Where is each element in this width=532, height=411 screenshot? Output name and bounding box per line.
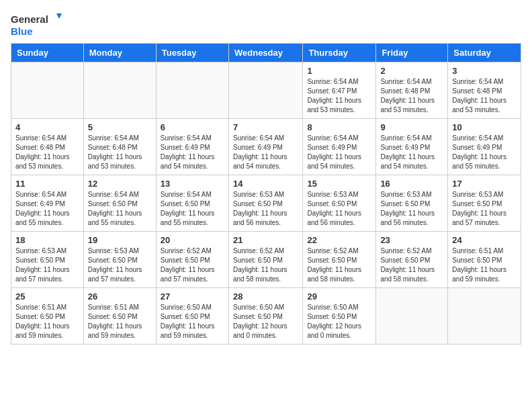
weekday-header-monday: Monday: [83, 44, 156, 62]
day-info: Sunrise: 6:52 AM Sunset: 6:50 PM Dayligh…: [307, 246, 371, 284]
day-number: 19: [88, 235, 152, 245]
calendar-cell: 8Sunrise: 6:54 AM Sunset: 6:49 PM Daylig…: [303, 119, 376, 175]
week-row-2: 4Sunrise: 6:54 AM Sunset: 6:48 PM Daylig…: [11, 119, 521, 175]
day-number: 24: [452, 235, 517, 245]
day-number: 18: [15, 235, 79, 245]
header: General Blue: [11, 11, 521, 38]
calendar-cell: 9Sunrise: 6:54 AM Sunset: 6:49 PM Daylig…: [376, 119, 448, 175]
calendar-cell: 4Sunrise: 6:54 AM Sunset: 6:48 PM Daylig…: [11, 119, 84, 175]
calendar-cell: 18Sunrise: 6:53 AM Sunset: 6:50 PM Dayli…: [11, 232, 84, 288]
day-info: Sunrise: 6:54 AM Sunset: 6:49 PM Dayligh…: [233, 134, 298, 171]
day-number: 14: [233, 179, 298, 189]
day-info: Sunrise: 6:53 AM Sunset: 6:50 PM Dayligh…: [88, 246, 152, 284]
calendar-cell: 1Sunrise: 6:54 AM Sunset: 6:47 PM Daylig…: [303, 62, 376, 119]
day-number: 4: [15, 122, 79, 132]
calendar-cell: 20Sunrise: 6:52 AM Sunset: 6:50 PM Dayli…: [156, 232, 228, 288]
weekday-header-wednesday: Wednesday: [228, 44, 302, 62]
day-number: 28: [233, 291, 298, 302]
calendar-cell: [83, 62, 156, 119]
weekday-header-friday: Friday: [376, 44, 448, 62]
day-number: 15: [307, 179, 371, 189]
day-info: Sunrise: 6:54 AM Sunset: 6:47 PM Dayligh…: [307, 77, 371, 115]
day-number: 29: [307, 291, 371, 302]
week-row-1: 1Sunrise: 6:54 AM Sunset: 6:47 PM Daylig…: [11, 62, 521, 119]
day-number: 13: [161, 179, 224, 189]
day-number: 7: [233, 122, 298, 132]
logo-svg: General Blue: [11, 11, 64, 38]
day-info: Sunrise: 6:52 AM Sunset: 6:50 PM Dayligh…: [233, 246, 298, 284]
day-info: Sunrise: 6:54 AM Sunset: 6:49 PM Dayligh…: [380, 134, 443, 171]
day-number: 21: [233, 235, 298, 245]
day-info: Sunrise: 6:54 AM Sunset: 6:50 PM Dayligh…: [88, 190, 152, 228]
day-number: 2: [380, 66, 443, 76]
weekday-header-tuesday: Tuesday: [156, 44, 228, 62]
calendar-cell: 14Sunrise: 6:53 AM Sunset: 6:50 PM Dayli…: [228, 175, 302, 232]
day-info: Sunrise: 6:54 AM Sunset: 6:49 PM Dayligh…: [452, 134, 517, 171]
day-number: 25: [15, 291, 79, 302]
day-info: Sunrise: 6:51 AM Sunset: 6:50 PM Dayligh…: [15, 303, 79, 340]
day-number: 5: [88, 122, 152, 132]
calendar-cell: 28Sunrise: 6:50 AM Sunset: 6:50 PM Dayli…: [228, 288, 302, 345]
day-info: Sunrise: 6:52 AM Sunset: 6:50 PM Dayligh…: [161, 246, 224, 284]
calendar-cell: 15Sunrise: 6:53 AM Sunset: 6:50 PM Dayli…: [303, 175, 376, 232]
calendar-cell: 19Sunrise: 6:53 AM Sunset: 6:50 PM Dayli…: [83, 232, 156, 288]
day-info: Sunrise: 6:54 AM Sunset: 6:48 PM Dayligh…: [15, 134, 79, 171]
day-info: Sunrise: 6:51 AM Sunset: 6:50 PM Dayligh…: [88, 303, 152, 340]
weekday-header-thursday: Thursday: [303, 44, 376, 62]
weekday-header-sunday: Sunday: [11, 44, 84, 62]
calendar: SundayMondayTuesdayWednesdayThursdayFrid…: [11, 43, 521, 345]
day-number: 10: [452, 122, 517, 132]
week-row-4: 18Sunrise: 6:53 AM Sunset: 6:50 PM Dayli…: [11, 232, 521, 288]
day-number: 20: [161, 235, 224, 245]
day-info: Sunrise: 6:53 AM Sunset: 6:50 PM Dayligh…: [452, 190, 517, 228]
day-info: Sunrise: 6:52 AM Sunset: 6:50 PM Dayligh…: [380, 246, 443, 284]
calendar-cell: 13Sunrise: 6:54 AM Sunset: 6:50 PM Dayli…: [156, 175, 228, 232]
day-info: Sunrise: 6:50 AM Sunset: 6:50 PM Dayligh…: [161, 303, 224, 340]
calendar-cell: [376, 288, 448, 345]
weekday-header-row: SundayMondayTuesdayWednesdayThursdayFrid…: [11, 44, 521, 62]
calendar-cell: 21Sunrise: 6:52 AM Sunset: 6:50 PM Dayli…: [228, 232, 302, 288]
calendar-cell: 27Sunrise: 6:50 AM Sunset: 6:50 PM Dayli…: [156, 288, 228, 345]
calendar-cell: [11, 62, 84, 119]
calendar-cell: 29Sunrise: 6:50 AM Sunset: 6:50 PM Dayli…: [303, 288, 376, 345]
day-number: 23: [380, 235, 443, 245]
calendar-cell: 22Sunrise: 6:52 AM Sunset: 6:50 PM Dayli…: [303, 232, 376, 288]
day-info: Sunrise: 6:53 AM Sunset: 6:50 PM Dayligh…: [380, 190, 443, 228]
svg-text:General: General: [11, 13, 48, 25]
day-info: Sunrise: 6:54 AM Sunset: 6:49 PM Dayligh…: [307, 134, 371, 171]
day-number: 26: [88, 291, 152, 302]
day-number: 6: [161, 122, 224, 132]
day-number: 1: [307, 66, 371, 76]
day-info: Sunrise: 6:54 AM Sunset: 6:48 PM Dayligh…: [452, 77, 517, 115]
calendar-cell: 25Sunrise: 6:51 AM Sunset: 6:50 PM Dayli…: [11, 288, 84, 345]
calendar-cell: 2Sunrise: 6:54 AM Sunset: 6:48 PM Daylig…: [376, 62, 448, 119]
calendar-cell: 6Sunrise: 6:54 AM Sunset: 6:49 PM Daylig…: [156, 119, 228, 175]
day-number: 12: [88, 179, 152, 189]
day-info: Sunrise: 6:50 AM Sunset: 6:50 PM Dayligh…: [233, 303, 298, 340]
week-row-3: 11Sunrise: 6:54 AM Sunset: 6:49 PM Dayli…: [11, 175, 521, 232]
calendar-cell: [228, 62, 302, 119]
calendar-cell: 24Sunrise: 6:51 AM Sunset: 6:50 PM Dayli…: [448, 232, 521, 288]
calendar-cell: 26Sunrise: 6:51 AM Sunset: 6:50 PM Dayli…: [83, 288, 156, 345]
calendar-cell: [156, 62, 228, 119]
day-info: Sunrise: 6:54 AM Sunset: 6:50 PM Dayligh…: [161, 190, 224, 228]
calendar-cell: 17Sunrise: 6:53 AM Sunset: 6:50 PM Dayli…: [448, 175, 521, 232]
day-number: 17: [452, 179, 517, 189]
calendar-cell: 3Sunrise: 6:54 AM Sunset: 6:48 PM Daylig…: [448, 62, 521, 119]
day-number: 22: [307, 235, 371, 245]
calendar-cell: 12Sunrise: 6:54 AM Sunset: 6:50 PM Dayli…: [83, 175, 156, 232]
svg-marker-2: [56, 13, 62, 19]
day-number: 3: [452, 66, 517, 76]
calendar-cell: 5Sunrise: 6:54 AM Sunset: 6:48 PM Daylig…: [83, 119, 156, 175]
day-number: 16: [380, 179, 443, 189]
week-row-5: 25Sunrise: 6:51 AM Sunset: 6:50 PM Dayli…: [11, 288, 521, 345]
calendar-cell: 16Sunrise: 6:53 AM Sunset: 6:50 PM Dayli…: [376, 175, 448, 232]
day-info: Sunrise: 6:53 AM Sunset: 6:50 PM Dayligh…: [233, 190, 298, 228]
day-info: Sunrise: 6:50 AM Sunset: 6:50 PM Dayligh…: [307, 303, 371, 340]
day-info: Sunrise: 6:53 AM Sunset: 6:50 PM Dayligh…: [15, 246, 79, 284]
day-number: 27: [161, 291, 224, 302]
calendar-cell: 10Sunrise: 6:54 AM Sunset: 6:49 PM Dayli…: [448, 119, 521, 175]
day-info: Sunrise: 6:51 AM Sunset: 6:50 PM Dayligh…: [452, 246, 517, 284]
logo: General Blue: [11, 11, 64, 38]
calendar-cell: 11Sunrise: 6:54 AM Sunset: 6:49 PM Dayli…: [11, 175, 84, 232]
